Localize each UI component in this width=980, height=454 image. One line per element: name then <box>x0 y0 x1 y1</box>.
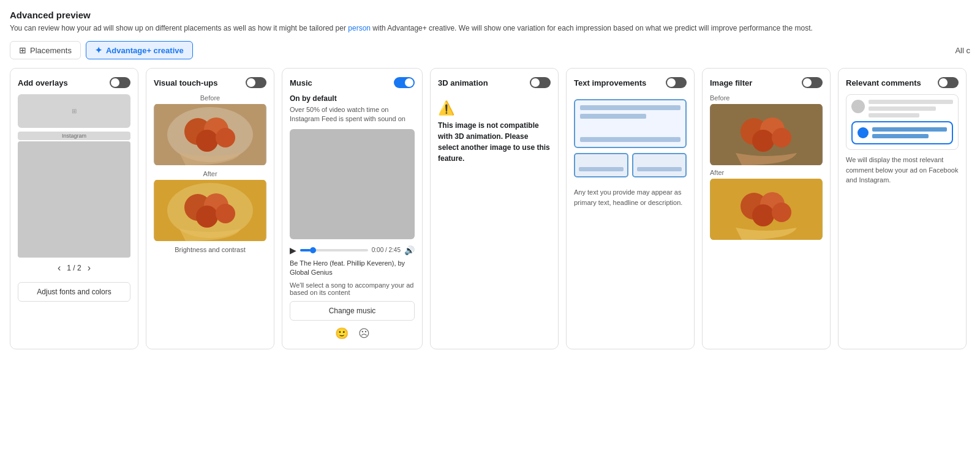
card-music-header: Music <box>290 77 415 88</box>
tab-placements-label: Placements <box>30 46 72 55</box>
thumbs-up-icon[interactable]: 🙂 <box>335 327 349 340</box>
text-ui-line-2 <box>580 114 646 119</box>
comment-line-1 <box>869 100 953 104</box>
card-music-title: Music <box>290 78 312 87</box>
text-ui-line-3 <box>580 137 680 142</box>
tab-advantage-creative[interactable]: ✦ Advantage+ creative <box>86 41 193 59</box>
after-label-1: After <box>154 170 266 177</box>
desc-text-start: You can review how your ad will show up … <box>10 24 348 32</box>
3d-animation-toggle[interactable] <box>530 77 551 88</box>
next-page-button[interactable]: › <box>88 262 91 274</box>
page-header: Advanced preview You can review how your… <box>10 10 970 34</box>
tabs-bar: ⊞ Placements ✦ Advantage+ creative All c <box>10 41 970 59</box>
advantage-icon: ✦ <box>95 45 102 55</box>
pagination: ‹ 1 / 2 › <box>18 262 130 274</box>
bubble-lines <box>872 127 947 138</box>
toggle-knob <box>111 78 119 87</box>
filter-after-image <box>710 179 823 240</box>
3d-warning-text: This image is not compatible with 3D ani… <box>438 120 551 164</box>
comment-line-3 <box>869 113 919 117</box>
music-video-thumbnail <box>290 129 415 239</box>
comment-preview-box <box>846 94 959 150</box>
card-music: Music On by default Over 50% of video wa… <box>282 68 423 349</box>
before-label-filter: Before <box>710 94 823 102</box>
time-label: 0:00 / 2:45 <box>372 247 401 253</box>
page-indicator: 1 / 2 <box>67 264 81 272</box>
text-ui-small-box-2 <box>632 153 687 177</box>
warning-strong: This image is not compatible with 3D ani… <box>438 120 551 164</box>
warning-icon: ⚠️ <box>438 100 551 116</box>
image-filter-toggle[interactable] <box>802 77 823 88</box>
toggle-knob-2 <box>247 78 255 87</box>
text-ui-box-main <box>574 99 687 148</box>
text-ui-preview <box>574 94 687 182</box>
bubble-line-1 <box>872 127 947 132</box>
comment-lines-area <box>869 100 953 117</box>
on-by-default-label: On by default <box>290 94 415 103</box>
comment-preview-top <box>851 100 953 117</box>
overlay-preview-top: ⊞ <box>18 94 130 128</box>
music-toggle[interactable] <box>394 77 415 88</box>
bubble-line-2 <box>872 134 929 138</box>
text-ui-small-boxes <box>574 153 687 177</box>
prev-page-button[interactable]: ‹ <box>58 262 61 274</box>
card-image-filter-title: Image filter <box>710 78 752 87</box>
card-text-improvements-header: Text improvements <box>574 77 687 88</box>
card-relevant-comments-title: Relevant comments <box>846 78 921 87</box>
3d-warning-area: ⚠️ This image is not compatible with 3D … <box>438 94 551 173</box>
feedback-row: 🙂 ☹ <box>290 327 415 340</box>
comment-avatar-placeholder <box>851 100 865 113</box>
svg-point-11 <box>216 204 235 223</box>
progress-bar[interactable] <box>300 249 368 251</box>
music-description: Over 50% of video watch time on Instagra… <box>290 105 415 124</box>
toggle-knob-6 <box>803 78 812 87</box>
svg-point-10 <box>196 206 218 228</box>
toggle-knob-7 <box>939 78 948 87</box>
card-text-improvements-title: Text improvements <box>574 78 646 87</box>
card-add-overlays: Add overlays ⊞ Instagram ‹ 1 / 2 › Adjus… <box>10 68 138 349</box>
cards-row: Add overlays ⊞ Instagram ‹ 1 / 2 › Adjus… <box>10 68 970 349</box>
toggle-knob-4 <box>531 78 540 87</box>
card-image-filter: Image filter Before After <box>702 68 831 349</box>
person-link[interactable]: person <box>348 24 371 32</box>
card-text-improvements: Text improvements <box>566 68 695 349</box>
svg-point-20 <box>752 204 774 226</box>
volume-icon[interactable]: 🔊 <box>404 245 415 255</box>
thumbs-down-icon[interactable]: ☹ <box>358 327 370 340</box>
page-title: Advanced preview <box>10 10 970 20</box>
card-add-overlays-header: Add overlays <box>18 77 130 88</box>
card-3d-animation-title: 3D animation <box>438 78 488 87</box>
small-box-line <box>579 167 624 171</box>
relevant-comments-desc: We will display the most relevant commen… <box>846 155 959 185</box>
instagram-label-bar: Instagram <box>18 132 130 140</box>
card-image-filter-header: Image filter <box>710 77 823 88</box>
overlay-top-placeholder: ⊞ <box>72 108 77 114</box>
before-image <box>154 104 266 165</box>
card-visual-touchups-title: Visual touch-ups <box>154 78 218 87</box>
relevant-comments-toggle[interactable] <box>938 77 959 88</box>
text-improvements-toggle[interactable] <box>666 77 687 88</box>
add-overlays-toggle[interactable] <box>110 77 130 88</box>
bubble-avatar <box>858 127 869 138</box>
play-button[interactable]: ▶ <box>290 245 296 255</box>
after-label-filter: After <box>710 169 823 176</box>
comment-line-2 <box>869 106 936 111</box>
card-relevant-comments-header: Relevant comments <box>846 77 959 88</box>
after-image <box>154 180 266 241</box>
adjust-fonts-colors-button[interactable]: Adjust fonts and colors <box>18 282 130 302</box>
track-select-desc: We'll select a song to accompany your ad… <box>290 281 415 296</box>
card-visual-touchups: Visual touch-ups Before After <box>146 68 274 349</box>
svg-point-4 <box>196 130 218 152</box>
filter-before-image <box>710 104 823 165</box>
progress-dot <box>310 247 316 253</box>
bubble-content <box>858 127 947 138</box>
visual-touchups-toggle[interactable] <box>246 77 266 88</box>
card-add-overlays-title: Add overlays <box>18 78 68 87</box>
card-relevant-comments: Relevant comments <box>838 68 967 349</box>
desc-text-end: with Advantage+ creative. We will show o… <box>371 24 813 32</box>
tab-placements[interactable]: ⊞ Placements <box>10 41 81 59</box>
change-music-button[interactable]: Change music <box>290 301 415 321</box>
brightness-contrast-label: Brightness and contrast <box>154 246 266 253</box>
progress-fill <box>300 249 311 251</box>
page-description: You can review how your ad will show up … <box>10 23 970 34</box>
